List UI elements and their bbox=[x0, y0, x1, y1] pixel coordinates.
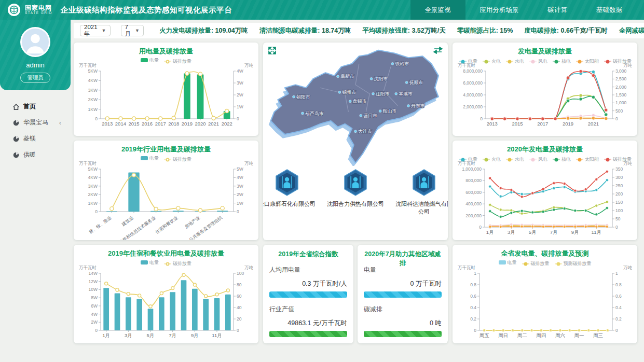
svg-text:500: 500 bbox=[615, 108, 623, 114]
legend: 电量火电水电风电核电太阳能碳排放量 bbox=[457, 55, 633, 62]
svg-text:0: 0 bbox=[615, 225, 618, 230]
legend: 电量碳排放量 bbox=[78, 55, 254, 62]
liaoning-map[interactable]: 铁岭市阜新市沈阳市抚顺市锦州市辽阳市本溪市朝阳市盘锦市丹东市鞍山市葫芦岛市营口市… bbox=[267, 46, 444, 166]
legend-swatch bbox=[141, 260, 148, 264]
company-item-2[interactable]: 沈阳科达洁能燃气有限公司 bbox=[395, 169, 448, 216]
stat-value: 3.52万吨/天 bbox=[412, 27, 445, 34]
svg-text:房地产业: 房地产业 bbox=[184, 215, 201, 229]
month-select[interactable]: 7月 ▼ bbox=[121, 25, 144, 36]
company-list: 营口康辉石化有限公司沈阳合力供热有限公司沈阳科达洁能燃气有限公司 bbox=[263, 169, 448, 216]
map-city-葫芦岛市[interactable]: 葫芦岛市 bbox=[302, 111, 324, 116]
svg-text:0: 0 bbox=[615, 116, 618, 121]
stat-item-1: 清洁能源电碳减排量: 18.74万吨 bbox=[259, 26, 351, 35]
legend-item[interactable]: 火电 bbox=[483, 156, 501, 163]
profile-block: admin 管理员 bbox=[0, 20, 71, 90]
metric-value: 49863.1 元/万千瓦时 bbox=[269, 319, 347, 328]
legend: 电量碳排放量 bbox=[78, 153, 254, 160]
stats-bar: 2021年 ▼ 7月 ▼ 火力发电碳排放量: 109.04万吨清洁能源电碳减排量… bbox=[74, 23, 644, 38]
legend-item[interactable]: 电量 bbox=[141, 57, 159, 64]
top-nav-item-0[interactable]: 全景监视 bbox=[410, 0, 465, 20]
role-badge: 管理员 bbox=[20, 73, 50, 83]
svg-text:1,000: 1,000 bbox=[615, 100, 627, 105]
legend-item[interactable]: 太阳能 bbox=[576, 58, 599, 65]
svg-text:3月: 3月 bbox=[125, 332, 132, 338]
legend-item[interactable]: 核电 bbox=[553, 156, 571, 163]
legend-line bbox=[576, 159, 583, 160]
legend-label: 水电 bbox=[515, 156, 524, 163]
sidebar-item-label: 首页 bbox=[23, 102, 36, 111]
swap-icon[interactable] bbox=[433, 47, 443, 56]
svg-text:丹东市: 丹东市 bbox=[411, 103, 425, 108]
chart-generation-2020: 万千瓦时万吨0200,000400,000600,000800,0001,000… bbox=[457, 160, 633, 238]
svg-text:600,000: 600,000 bbox=[465, 190, 482, 195]
metric-industry-output: 行业产值 49863.1 元/万千瓦时 bbox=[269, 305, 347, 337]
svg-text:0: 0 bbox=[95, 116, 98, 121]
home-icon bbox=[12, 103, 20, 110]
svg-text:4W: 4W bbox=[237, 175, 243, 180]
sidebar-item-0[interactable]: 首页 bbox=[0, 99, 71, 115]
svg-text:营口市: 营口市 bbox=[363, 113, 377, 118]
legend-item[interactable]: 碳排放量 bbox=[164, 260, 191, 267]
avatar[interactable] bbox=[20, 27, 50, 57]
legend-item[interactable]: 碳排放量 bbox=[164, 58, 191, 65]
metric-value: 0 万千瓦时 bbox=[364, 280, 442, 288]
svg-text:12W: 12W bbox=[89, 279, 98, 284]
svg-text:0.8: 0.8 bbox=[470, 282, 476, 287]
sidebar-item-1[interactable]: 华晨宝马‹ bbox=[0, 115, 71, 131]
legend-item[interactable]: 预测碳排放量 bbox=[555, 260, 592, 267]
sidebar-item-2[interactable]: 菱镁 bbox=[0, 131, 71, 147]
legend-swatch bbox=[141, 58, 148, 62]
company-hexagon-icon bbox=[275, 169, 299, 196]
company-item-1[interactable]: 沈阳合力供热有限公司 bbox=[327, 169, 384, 216]
legend-label: 电量 bbox=[149, 57, 159, 64]
svg-text:2,000,000: 2,000,000 bbox=[463, 104, 483, 109]
company-item-0[interactable]: 营口康辉石化有限公司 bbox=[263, 169, 316, 216]
legend-item[interactable]: 水电 bbox=[506, 58, 524, 65]
svg-text:0: 0 bbox=[237, 209, 239, 214]
legend-item[interactable]: 核电 bbox=[553, 58, 571, 65]
legend-line bbox=[529, 61, 537, 62]
svg-text:60: 60 bbox=[237, 294, 242, 299]
legend-item[interactable]: 风电 bbox=[529, 58, 547, 65]
top-nav-item-2[interactable]: 碳计算 bbox=[533, 0, 582, 20]
svg-text:50: 50 bbox=[615, 216, 621, 221]
sidebar-item-3[interactable]: 供暖 bbox=[0, 147, 71, 163]
legend-item[interactable]: 电量 bbox=[499, 259, 517, 266]
svg-text:葫芦岛市: 葫芦岛市 bbox=[305, 111, 324, 116]
metric-label: 人均用电量 bbox=[269, 266, 347, 274]
svg-text:2KW: 2KW bbox=[88, 192, 98, 197]
legend-item[interactable]: 太阳能 bbox=[576, 156, 599, 163]
stat-label: 零碳能源占比: bbox=[457, 27, 500, 34]
svg-text:周二: 周二 bbox=[517, 332, 527, 338]
legend-item[interactable]: 碳排放量 bbox=[522, 260, 550, 267]
legend-item[interactable]: 电量 bbox=[141, 259, 159, 266]
legend-line bbox=[459, 159, 467, 160]
legend: 电量碳排放量 bbox=[78, 257, 254, 264]
metric-value: 0.3 万千瓦时/人 bbox=[269, 280, 347, 288]
fullscreen-icon[interactable] bbox=[268, 47, 276, 57]
metric-carbon-reduction: 碳减排 0 吨 bbox=[364, 305, 442, 337]
svg-text:150: 150 bbox=[615, 200, 623, 205]
svg-text:1KW: 1KW bbox=[88, 107, 98, 112]
legend-line bbox=[529, 159, 537, 160]
legend-item[interactable]: 电量 bbox=[141, 155, 159, 162]
top-nav-item-3[interactable]: 基础数据 bbox=[582, 0, 637, 20]
top-nav-item-1[interactable]: 应用分析场景 bbox=[465, 0, 533, 20]
card-forecast: 全省发电量、碳排放量及预测 电量碳排放量预测碳排放量 万千瓦时万吨00.20.4… bbox=[453, 245, 637, 343]
svg-text:万吨: 万吨 bbox=[244, 63, 254, 68]
svg-text:2021: 2021 bbox=[588, 121, 599, 127]
svg-text:4KW: 4KW bbox=[88, 78, 98, 83]
legend-item[interactable]: 风电 bbox=[529, 156, 547, 163]
year-select[interactable]: 2021年 ▼ bbox=[80, 25, 111, 36]
svg-text:周一: 周一 bbox=[574, 332, 584, 338]
legend-line bbox=[164, 159, 171, 160]
brand-subtitle: STATE GRID bbox=[25, 11, 52, 15]
legend-item[interactable]: 水电 bbox=[506, 156, 524, 163]
legend-item[interactable]: 火电 bbox=[483, 58, 501, 65]
svg-text:400,000: 400,000 bbox=[465, 201, 482, 206]
svg-text:100: 100 bbox=[237, 271, 244, 276]
card-provincial-index: 2019年全省综合指数 人均用电量 0.3 万千瓦时/人 行业产值 49863.… bbox=[263, 245, 353, 343]
svg-text:1,500: 1,500 bbox=[615, 92, 627, 98]
legend-item[interactable]: 碳排放量 bbox=[164, 156, 191, 163]
metric-per-capita: 人均用电量 0.3 万千瓦时/人 bbox=[269, 266, 347, 298]
